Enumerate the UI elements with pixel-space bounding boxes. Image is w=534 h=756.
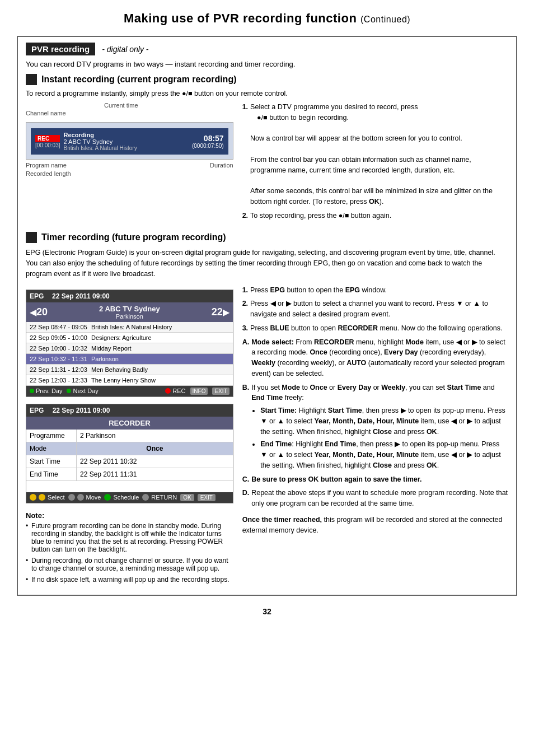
timer-recording-section: EPG 22 Sep 2011 09:00 ◀ 20 2 ABC TV Sydn…	[26, 285, 508, 587]
start-time-value: 22 Sep 2011 10:32	[77, 455, 233, 468]
select-label[interactable]: Select	[48, 494, 65, 501]
info-button[interactable]: INFO	[190, 388, 208, 395]
epg-header: EPG 22 Sep 2011 09:00	[26, 290, 233, 302]
start-time-row[interactable]: Start Time 22 Sep 2011 10:32	[26, 455, 233, 468]
rec-badge: REC	[35, 135, 60, 142]
channel-sub: Parkinson	[57, 313, 203, 320]
channel-name: 2 ABC TV Sydney	[57, 305, 203, 313]
timer-step-b: B. If you set Mode to Once or Every Day …	[242, 382, 508, 471]
recorder-header: EPG 22 Sep 2011 09:00	[26, 404, 233, 417]
duration-value: (0000:07:50)	[192, 143, 224, 149]
return-label[interactable]: RETURN	[151, 494, 177, 501]
programme-label: Programme	[26, 430, 77, 442]
epg-program-row-4[interactable]: 22 Sep 11:31 - 12:03 Men Behaving Badly	[26, 365, 233, 375]
recorded-length-label: Recorded length	[26, 170, 233, 177]
channel-num-right: 22	[203, 306, 223, 318]
start-time-bullet: Start Time: Highlight Start Time, then p…	[260, 405, 508, 437]
programme-row: Programme 2 Parkinson	[26, 430, 233, 442]
timer-step-1: 1. Press EPG button to open the EPG wind…	[242, 285, 508, 296]
epg-program-row-2[interactable]: 22 Sep 10:00 - 10:32 Midday Report	[26, 343, 233, 354]
schedule-label[interactable]: Schedule	[113, 494, 139, 501]
channel-num-left: 20	[36, 306, 57, 318]
programme-value: 2 Parkinson	[77, 430, 233, 442]
pvr-subtitle: - digital only -	[102, 45, 148, 54]
step-1: 1. Select a DTV programme you desired to…	[242, 102, 508, 207]
current-time-value: 08:57	[192, 134, 224, 143]
control-bar-diagram: REC [00:00:03] Recording 2 ABC TV Sydney…	[26, 122, 233, 160]
select-icon	[30, 494, 36, 501]
section-icon-timer	[26, 232, 37, 243]
rec-dot: REC	[165, 388, 185, 394]
next-day-dot	[67, 389, 71, 393]
diagram-bottom-labels: Program name Duration	[26, 162, 233, 169]
timer-recording-heading: Timer recording (future program recordin…	[26, 232, 508, 243]
recorder-footer: Select Move Schedule RETURN	[26, 492, 233, 503]
exit-recorder-button[interactable]: EXIT	[198, 494, 216, 501]
mode-value: Once	[77, 442, 233, 455]
epg-footer: Prev. Day Next Day REC INFO EXIT	[26, 386, 233, 396]
prev-day-indicator: Prev. Day	[30, 388, 62, 394]
note-item-1: Future program recording can be done in …	[26, 522, 233, 553]
instant-recording-steps: 1. Select a DTV programme you desired to…	[242, 102, 508, 224]
mode-row[interactable]: Mode Once	[26, 442, 233, 455]
next-day-indicator: Next Day	[67, 388, 98, 394]
mode-label: Mode	[26, 442, 77, 455]
timer-step-c: C. Be sure to press OK button again to s…	[242, 474, 508, 485]
next-channel-arrow[interactable]: ▶	[223, 307, 229, 318]
timer-step-d: D. Repeat the above steps if you want to…	[242, 488, 508, 509]
end-time-label: End Time	[26, 468, 77, 480]
end-time-bullet: End Time: Highlight End Time, then press…	[260, 439, 508, 470]
instant-recording-heading: Instant recording (current program recor…	[26, 74, 508, 85]
exit-button[interactable]: EXIT	[212, 388, 229, 395]
main-content-box: PVR recording - digital only - You can r…	[17, 36, 517, 596]
timer-step-3: 3. Press BLUE button to open RECORDER me…	[242, 323, 508, 334]
note-item-3: If no disk space left, a warning will po…	[26, 576, 233, 584]
epg-program-row-5[interactable]: 22 Sep 12:03 - 12:33 The Lenny Henry Sho…	[26, 375, 233, 386]
timer-recording-steps: 1. Press EPG button to open the EPG wind…	[242, 285, 508, 587]
note-section: Note: Future program recording can be do…	[26, 511, 233, 584]
note-label: Note:	[26, 511, 233, 520]
recorder-table: EPG 22 Sep 2011 09:00 RECORDER Programme…	[26, 404, 233, 503]
next-day-label[interactable]: Next Day	[73, 388, 98, 394]
current-time-label: Current time	[104, 102, 233, 109]
note-item-2: During recording, do not change channel …	[26, 557, 233, 572]
end-time-row[interactable]: End Time 22 Sep 2011 11:31	[26, 468, 233, 481]
recorded-length: [00:00:03]	[35, 142, 60, 148]
recorder-spacer	[26, 481, 233, 492]
final-note: Once the timer reached, this program wil…	[242, 515, 508, 536]
prev-channel-arrow[interactable]: ◀	[30, 307, 36, 318]
return-icon	[142, 494, 149, 501]
epg-channel-row: ◀ 20 2 ABC TV Sydney Parkinson 22 ▶	[26, 302, 233, 322]
epg-program-row-0[interactable]: 22 Sep 08:47 - 09:05 British Isles: A Na…	[26, 322, 233, 333]
page-title: Making use of PVR recording function (Co…	[17, 11, 517, 26]
ok-button[interactable]: OK	[180, 494, 194, 501]
epg-table: EPG 22 Sep 2011 09:00 ◀ 20 2 ABC TV Sydn…	[26, 290, 233, 397]
section-icon	[26, 74, 37, 85]
timer-desc: EPG (Electronic Program Guide) is your o…	[26, 248, 508, 279]
start-time-label: Start Time	[26, 455, 77, 468]
pvr-intro: You can record DTV programs in two ways …	[26, 60, 508, 68]
instant-desc: To record a programme instantly, simply …	[26, 90, 508, 97]
move-icon2	[77, 494, 84, 501]
pvr-label: PVR recording	[26, 43, 95, 55]
recorder-header-date: 22 Sep 2011 09:00	[53, 407, 110, 414]
program-value: British Isles: A Natural History	[63, 145, 188, 151]
move-icon	[68, 494, 75, 501]
epg-program-row-1[interactable]: 22 Sep 09:05 - 10:00 Designers: Agricult…	[26, 333, 233, 343]
duration-label: Duration	[210, 162, 233, 169]
timer-step-2: 2. Press ◀ or ▶ button to select a chann…	[242, 298, 508, 320]
epg-program-row-3[interactable]: 22 Sep 10:32 - 11:31 Parkinson	[26, 354, 233, 365]
recorder-epg-label: EPG	[30, 407, 44, 414]
epg-recorder-left: EPG 22 Sep 2011 09:00 ◀ 20 2 ABC TV Sydn…	[26, 285, 233, 587]
program-info: Recording 2 ABC TV Sydney British Isles:…	[63, 132, 188, 151]
timer-step-a: A. Mode select: From RECORDER menu, high…	[242, 337, 508, 379]
control-bar-inner: REC [00:00:03] Recording 2 ABC TV Sydney…	[31, 128, 228, 155]
channel-number-prefix: 2	[99, 305, 105, 313]
rec-label[interactable]: REC	[172, 388, 185, 394]
program-name-label: Program name	[26, 162, 67, 169]
move-label[interactable]: Move	[86, 494, 101, 501]
select-icon2	[39, 494, 45, 501]
prev-day-label[interactable]: Prev. Day	[36, 388, 62, 394]
control-bar-left: Current time Channel name REC [00:00:03]…	[26, 102, 233, 224]
rec-badge-block: REC [00:00:03]	[35, 135, 60, 148]
